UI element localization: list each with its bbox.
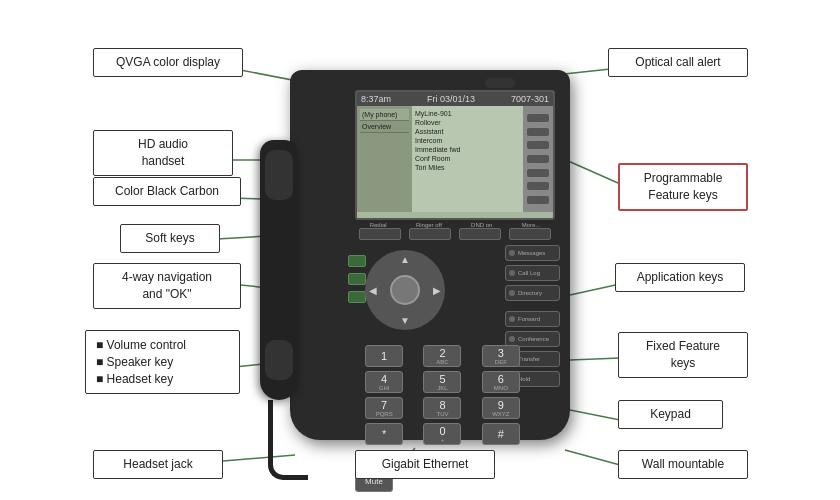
phone-screen: 8:37am Fri 03/01/13 7007-301 (My phone) … <box>355 90 555 220</box>
key-pound[interactable]: # <box>482 423 520 445</box>
screen-line3: Assistant <box>415 127 520 136</box>
softkey-buttons <box>355 228 555 240</box>
screen-line4: Intercom <box>415 136 520 145</box>
screen-line1: MyLine-901 <box>415 109 520 118</box>
optical-alert-indicator <box>485 78 515 88</box>
label-application: Application keys <box>615 263 745 292</box>
label-volume-speaker-headset: ■ Volume control ■ Speaker key ■ Headset… <box>85 330 240 394</box>
label-optical: Optical call alert <box>608 48 748 77</box>
softkey-btn-2[interactable] <box>409 228 451 240</box>
screen-line6: Conf Room <box>415 154 520 163</box>
prog-key-4 <box>527 155 549 163</box>
key-star[interactable]: * <box>365 423 403 445</box>
phone-image: 8:37am Fri 03/01/13 7007-301 (My phone) … <box>240 60 610 450</box>
screen-date: Fri 03/01/13 <box>427 94 475 104</box>
fixed-key-forward[interactable]: Forward <box>505 311 560 327</box>
screen-header: 8:37am Fri 03/01/13 7007-301 <box>357 92 553 106</box>
softkey-btn-4[interactable] <box>509 228 551 240</box>
app-key-messages[interactable]: Messages <box>505 245 560 261</box>
prog-key-2 <box>527 128 549 136</box>
label-programmable: ProgrammableFeature keys <box>618 163 748 211</box>
navigation-ring[interactable]: ▲ ▼ ◀ ▶ <box>365 250 445 330</box>
label-color-black: Color Black Carbon <box>93 177 241 206</box>
key-4[interactable]: 4GHI <box>365 371 403 393</box>
keypad-row-1: 1 2ABC 3DEF <box>355 345 530 367</box>
screen-line5: Immediate fwd <box>415 145 520 154</box>
nav-right-icon: ▶ <box>433 285 441 296</box>
phone-body: 8:37am Fri 03/01/13 7007-301 (My phone) … <box>290 70 570 440</box>
nav-up-icon: ▲ <box>400 254 410 265</box>
label-soft-keys: Soft keys <box>120 224 220 253</box>
key-3[interactable]: 3DEF <box>482 345 520 367</box>
keypad-row-4: * 0+ # <box>355 423 530 445</box>
label-headset-jack: Headset jack <box>93 450 223 479</box>
screen-line7: Tori Miles <box>415 163 520 172</box>
screen-line2: Rollover <box>415 118 520 127</box>
screen-right-panel <box>523 106 553 212</box>
softkey-btn-3[interactable] <box>459 228 501 240</box>
screen-left-panel: (My phone) Overview <box>357 106 412 212</box>
nav-ok-button[interactable] <box>390 275 420 305</box>
key-7[interactable]: 7PQRS <box>365 397 403 419</box>
handset-cable <box>268 400 308 480</box>
screen-tab1: (My phone) <box>360 109 409 121</box>
app-key-directory[interactable]: Directory <box>505 285 560 301</box>
prog-key-7 <box>527 196 549 204</box>
key-5[interactable]: 5JKL <box>423 371 461 393</box>
label-gigabit: Gigabit Ethernet <box>355 450 495 479</box>
nav-down-icon: ▼ <box>400 315 410 326</box>
key-8[interactable]: 8TUV <box>423 397 461 419</box>
prog-key-5 <box>527 169 549 177</box>
screen-ext: 7007-301 <box>511 94 549 104</box>
key-0[interactable]: 0+ <box>423 423 461 445</box>
keypad-row-3: 7PQRS 8TUV 9WXYZ <box>355 397 530 419</box>
app-key-calllog[interactable]: Call Log <box>505 265 560 281</box>
left-btn-1[interactable] <box>348 255 366 267</box>
key-9[interactable]: 9WXYZ <box>482 397 520 419</box>
left-btn-2[interactable] <box>348 273 366 285</box>
screen-time: 8:37am <box>361 94 391 104</box>
prog-key-3 <box>527 141 549 149</box>
key-6[interactable]: 6MNO <box>482 371 520 393</box>
nav-ring-body: ▲ ▼ ◀ ▶ <box>365 250 445 330</box>
prog-key-6 <box>527 182 549 190</box>
handset <box>260 140 298 400</box>
label-qvga: QVGA color display <box>93 48 243 77</box>
label-keypad: Keypad <box>618 400 723 429</box>
phone-keypad: 1 2ABC 3DEF 4GHI 5JKL 6MNO 7PQRS 8TUV 9W… <box>355 345 530 449</box>
keypad-row-2: 4GHI 5JKL 6MNO <box>355 371 530 393</box>
left-btn-3[interactable] <box>348 291 366 303</box>
label-fixed: Fixed Featurekeys <box>618 332 748 378</box>
prog-key-1 <box>527 114 549 122</box>
softkey-btn-1[interactable] <box>359 228 401 240</box>
label-wall-mount: Wall mountable <box>618 450 748 479</box>
label-hd-audio: HD audiohandset <box>93 130 233 176</box>
key-2[interactable]: 2ABC <box>423 345 461 367</box>
nav-left-icon: ◀ <box>369 285 377 296</box>
svg-line-13 <box>565 450 620 465</box>
key-1[interactable]: 1 <box>365 345 403 367</box>
screen-middle-panel: MyLine-901 Rollover Assistant Intercom I… <box>412 106 523 212</box>
screen-tab2: Overview <box>360 121 409 133</box>
label-nav-ok: 4-way navigationand "OK" <box>93 263 241 309</box>
screen-body: (My phone) Overview MyLine-901 Rollover … <box>357 106 553 212</box>
